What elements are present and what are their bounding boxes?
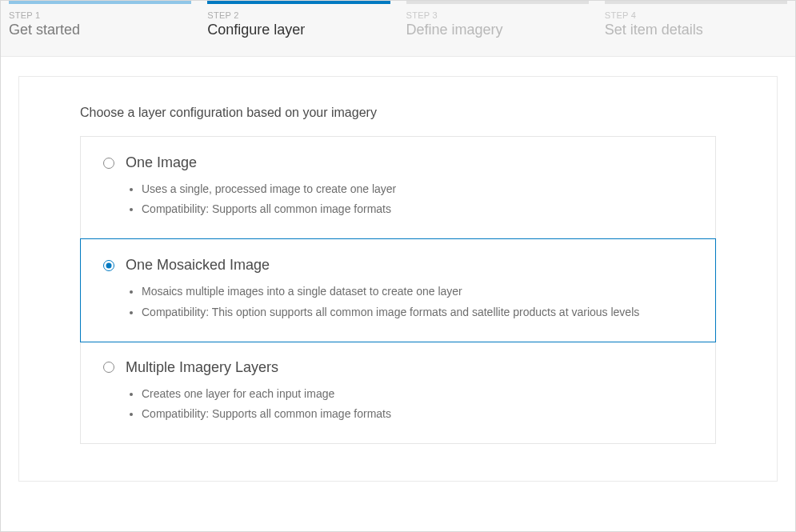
option-multiple-imagery-layers[interactable]: Multiple Imagery Layers Creates one laye… (81, 342, 715, 443)
step-title: Set item details (605, 22, 787, 38)
step-eyebrow: STEP 3 (406, 10, 589, 20)
step-eyebrow: STEP 1 (9, 10, 191, 20)
option-bullet: Compatibility: This option supports all … (142, 302, 693, 322)
radio-icon[interactable] (103, 362, 114, 373)
step-set-item-details[interactable]: STEP 4 Set item details (597, 1, 795, 56)
step-progress-bar (406, 1, 589, 4)
step-title: Configure layer (207, 22, 390, 38)
layer-config-options: One Image Uses a single, processed image… (80, 136, 716, 444)
stepper: STEP 1 Get started STEP 2 Configure laye… (1, 1, 795, 57)
instruction-text: Choose a layer configuration based on yo… (80, 106, 716, 120)
step-eyebrow: STEP 2 (207, 10, 390, 20)
option-header: One Mosaicked Image (103, 257, 693, 274)
option-details: Mosaics multiple images into a single da… (103, 282, 693, 322)
option-title: One Image (126, 154, 197, 171)
option-one-mosaicked-image[interactable]: One Mosaicked Image Mosaics multiple ima… (80, 238, 716, 342)
option-details: Uses a single, processed image to create… (103, 179, 693, 219)
radio-icon[interactable] (103, 260, 114, 271)
option-bullet: Creates one layer for each input image (142, 384, 693, 404)
radio-icon[interactable] (103, 158, 114, 169)
content-wrap: Choose a layer configuration based on yo… (1, 57, 795, 501)
option-bullet: Uses a single, processed image to create… (142, 179, 693, 199)
option-bullet: Compatibility: Supports all common image… (142, 199, 693, 219)
step-get-started[interactable]: STEP 1 Get started (1, 1, 199, 56)
step-title: Get started (9, 22, 191, 38)
option-header: Multiple Imagery Layers (103, 359, 693, 376)
step-progress-bar (207, 1, 390, 4)
option-bullet: Mosaics multiple images into a single da… (142, 282, 693, 302)
option-header: One Image (103, 154, 693, 171)
option-details: Creates one layer for each input image C… (103, 384, 693, 424)
option-bullet: Compatibility: Supports all common image… (142, 404, 693, 424)
step-define-imagery[interactable]: STEP 3 Define imagery (398, 1, 597, 56)
step-title: Define imagery (406, 22, 589, 38)
step-eyebrow: STEP 4 (605, 10, 787, 20)
step-configure-layer[interactable]: STEP 2 Configure layer (199, 1, 398, 56)
option-title: Multiple Imagery Layers (126, 359, 278, 376)
configure-layer-card: Choose a layer configuration based on yo… (18, 76, 778, 482)
step-progress-bar (9, 1, 191, 4)
wizard-frame: STEP 1 Get started STEP 2 Configure laye… (0, 0, 796, 532)
step-progress-bar (605, 1, 787, 4)
option-one-image[interactable]: One Image Uses a single, processed image… (81, 137, 715, 239)
option-title: One Mosaicked Image (126, 257, 270, 274)
